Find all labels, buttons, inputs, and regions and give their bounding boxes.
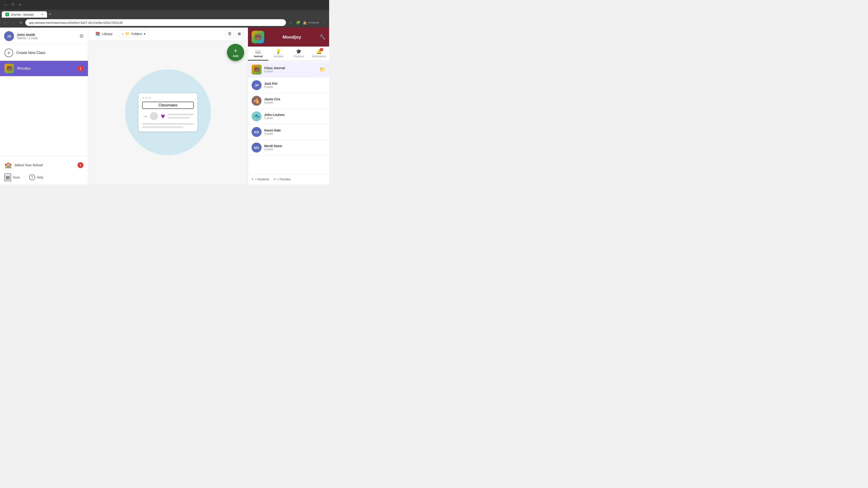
footer-actions: ▦ Scan ? Help — [4, 173, 84, 181]
card-content-row: → ♥ — [142, 112, 194, 121]
journal-entry-jack-pot[interactable]: JP Jack Pot 6 posts — [248, 77, 329, 93]
mordi-seem-avatar: MS — [252, 142, 261, 153]
menu-icon[interactable]: ⋮ — [320, 20, 327, 26]
new-tab-button[interactable]: + — [47, 11, 53, 18]
folders-dropdown-icon: ▾ — [144, 32, 145, 36]
journal-entry-karen-dale[interactable]: KD Karen Dale 4 posts — [248, 124, 329, 140]
jack-pot-name: Jack Pot — [264, 82, 326, 86]
add-students-icon: + — [252, 177, 254, 181]
journal-tab-label: Journal — [254, 55, 263, 58]
tab-activities[interactable]: 💡 Activities — [268, 46, 289, 61]
karen-dale-name: Karen Dale — [264, 129, 326, 132]
folders-label: Folders — [131, 32, 142, 36]
scan-button[interactable]: ▦ Scan — [4, 173, 20, 181]
address-input[interactable] — [25, 19, 286, 26]
nav-forward-button[interactable]: → — [10, 20, 16, 26]
main-content: 📚 Library › 📁 Folders ▾ ☰ ⊞ — [88, 28, 248, 184]
arrow-icon: → — [142, 113, 148, 120]
journal-entry-jamie-cris[interactable]: 🐴 Jamie Cris 0 posts — [248, 93, 329, 109]
right-panel-header: 🐻 Moodjoy 🔧 — [248, 28, 329, 46]
journal-entry-john-louises[interactable]: 🐟 John Louises 5 posts — [248, 109, 329, 124]
tab-bar: S Journal - Seesaw ✕ + — [0, 9, 329, 18]
john-louises-avatar: 🐟 — [252, 111, 261, 121]
right-panel: 🐻 Moodjoy 🔧 📖 Journal 💡 Activities 🎓 Pro… — [248, 28, 329, 184]
user-info: John Smith Teacher - 1 Class — [17, 33, 76, 40]
journal-tab-icon: 📖 — [255, 49, 261, 54]
view-grid-button[interactable]: ⊞ — [235, 30, 243, 38]
add-students-label: + Students — [255, 177, 269, 181]
nav-back-button[interactable]: ← — [2, 20, 8, 26]
tab-notifications[interactable]: 🔔 1 Notifications — [309, 46, 329, 61]
notifications-tab-label: Notifications — [312, 55, 326, 58]
john-louises-posts: 5 posts — [264, 117, 326, 120]
add-fab[interactable]: + Add — [227, 44, 244, 61]
browser-titlebar: — ❐ ✕ — [0, 0, 329, 9]
class-journal-avatar: 🐻 — [252, 65, 261, 74]
sidebar-footer: 🏫 Select Your School 1 ▦ Scan ? Help — [0, 156, 88, 184]
sidebar-items: + Create New Class 🐻 Moodjoy 1 — [0, 45, 88, 156]
tab-favicon: S — [5, 13, 9, 16]
add-students-button[interactable]: + + Students — [252, 177, 269, 181]
classmates-card: Classmates → ♥ — [138, 93, 197, 131]
class-journal-posts: 8 posts — [264, 70, 317, 73]
panel-footer: + + Students + + Families — [248, 174, 329, 184]
tab-close-icon[interactable]: ✕ — [41, 13, 43, 16]
create-class-label: Create New Class — [16, 51, 45, 55]
jack-pot-avatar: JP — [252, 80, 261, 90]
class-name-moodjoy: Moodjoy — [17, 66, 74, 70]
select-school-item[interactable]: 🏫 Select Your School 1 — [4, 160, 84, 170]
school-icon: 🏫 — [4, 162, 12, 168]
school-badge: 1 — [78, 162, 84, 168]
notifications-tab-icon-wrapper: 🔔 1 — [316, 49, 322, 54]
activities-tab-icon: 💡 — [276, 49, 281, 54]
karen-dale-avatar: KD — [252, 127, 261, 137]
scan-label: Scan — [13, 175, 20, 179]
activities-tab-label: Activities — [274, 55, 283, 58]
folders-icon: 📁 — [125, 32, 130, 36]
karen-dale-info: Karen Dale 4 posts — [264, 129, 326, 135]
minimize-button[interactable]: — — [3, 2, 8, 7]
add-families-button[interactable]: + + Families — [274, 177, 291, 181]
card-right-section: ♥ — [161, 112, 165, 121]
tab-label: Journal - Seesaw — [11, 13, 33, 16]
settings-button[interactable]: ⚙ — [79, 33, 84, 39]
heart-icon: ♥ — [161, 112, 165, 121]
add-families-icon: + — [274, 177, 276, 181]
class-journal-name: Class Journal — [264, 66, 317, 70]
journal-entry-class-journal[interactable]: 🐻 Class Journal 8 posts 📁 — [248, 62, 329, 77]
view-list-button[interactable]: ☰ — [225, 30, 234, 38]
view-toggles: ☰ ⊞ — [225, 30, 243, 38]
close-button[interactable]: ✕ — [17, 2, 23, 7]
nav-refresh-button[interactable]: ↻ — [18, 20, 24, 26]
journal-list: 🐻 Class Journal 8 posts 📁 JP Jack Pot 6 … — [248, 61, 329, 174]
panel-settings-button[interactable]: 🔧 — [319, 34, 326, 40]
restore-button[interactable]: ❐ — [10, 2, 16, 7]
help-button[interactable]: ? Help — [29, 173, 43, 181]
library-button[interactable]: 📚 Library — [93, 30, 115, 38]
library-icon: 📚 — [95, 31, 100, 36]
library-label: Library — [102, 32, 113, 36]
extensions-icon[interactable]: 🧩 — [295, 20, 301, 26]
right-panel-title: Moodjoy — [267, 35, 317, 40]
active-tab[interactable]: S Journal - Seesaw ✕ — [2, 11, 47, 18]
create-class-item[interactable]: + Create New Class — [0, 45, 88, 61]
card-left-section: → — [142, 112, 158, 120]
jamie-cris-avatar: 🐴 — [252, 96, 261, 106]
add-fab-plus: + — [234, 47, 238, 54]
folders-selector[interactable]: › 📁 Folders ▾ — [119, 30, 149, 37]
class-avatar-moodjoy: 🐻 — [4, 64, 14, 73]
jamie-cris-posts: 0 posts — [264, 101, 326, 104]
progress-tab-icon: 🎓 — [296, 49, 302, 54]
help-icon: ? — [29, 174, 35, 180]
mordi-seem-info: Mordi Seem 4 posts — [264, 144, 326, 151]
user-name: John Smith — [17, 33, 76, 37]
address-bar-row: ← → ↻ ☆ 🧩 🕵 Incognito ⋮ — [0, 18, 329, 28]
mordi-seem-posts: 4 posts — [264, 148, 326, 151]
tab-progress[interactable]: 🎓 Progress — [289, 46, 309, 61]
sidebar-item-moodjoy[interactable]: 🐻 Moodjoy 1 — [0, 61, 88, 76]
bookmark-icon[interactable]: ☆ — [287, 20, 293, 26]
journal-entry-mordi-seem[interactable]: MS Mordi Seem 4 posts — [248, 140, 329, 156]
user-role: Teacher - 1 Class — [17, 37, 76, 40]
progress-tab-label: Progress — [293, 55, 304, 58]
tab-journal[interactable]: 📖 Journal — [248, 46, 268, 61]
